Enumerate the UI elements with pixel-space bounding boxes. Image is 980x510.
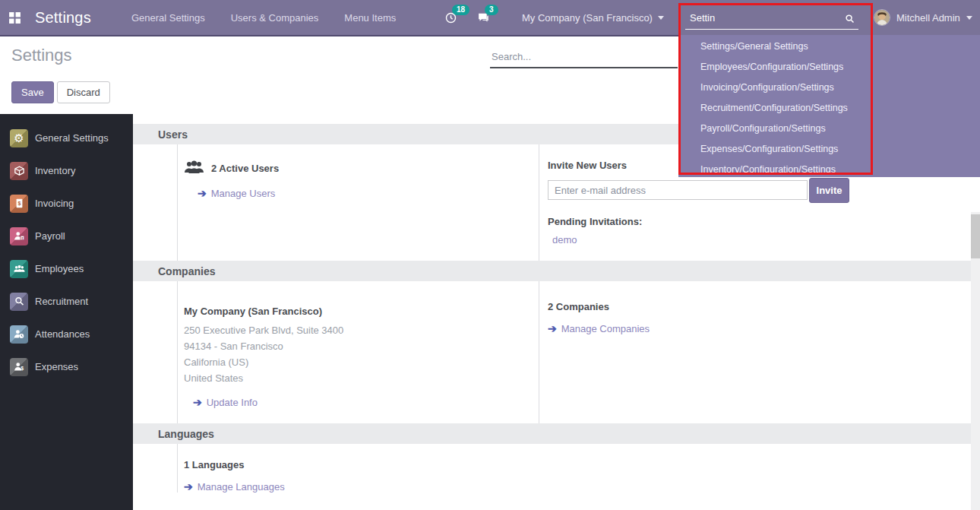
avatar <box>874 9 890 26</box>
sidebar-item-label: Recruitment <box>35 296 88 307</box>
company-info-block: My Company (San Francisco) 250 Executive… <box>177 281 539 423</box>
section-title: Languages <box>158 428 214 440</box>
user-name: Mitchell Admin <box>896 12 960 24</box>
section-header-languages: Languages <box>133 423 971 444</box>
sidebar-item-invoicing[interactable]: $ Invoicing <box>0 187 133 220</box>
scrollbar-thumb[interactable] <box>971 214 980 258</box>
search-suggestion[interactable]: Recruitment/Configuration/Settings <box>678 98 980 119</box>
sidebar-item-attendances[interactable]: Attendances <box>0 318 133 350</box>
chevron-down-icon <box>966 16 972 20</box>
search-suggestion[interactable]: Employees/Configuration/Settings <box>678 57 980 78</box>
svg-text:$: $ <box>21 366 24 372</box>
search-suggestion[interactable]: Invoicing/Configuration/Settings <box>678 78 980 98</box>
chevron-down-icon <box>658 16 664 20</box>
systray: 18 3 My Company (San Francisco) <box>444 0 664 35</box>
company-switcher[interactable]: My Company (San Francisco) <box>522 12 664 24</box>
section-title: Users <box>158 128 188 141</box>
recruitment-icon <box>10 293 28 311</box>
update-info-link[interactable]: ➔ Update Info <box>193 396 539 408</box>
company-address: 250 Executive Park Blvd, Suite 3400 9413… <box>184 322 539 386</box>
company-name: My Company (San Francisco) <box>184 301 539 317</box>
menu-search-box <box>685 10 866 30</box>
company-switcher-label: My Company (San Francisco) <box>522 12 653 24</box>
manage-users-link[interactable]: ➔ Manage Users <box>198 187 539 199</box>
menu-general-settings[interactable]: General Settings <box>122 6 215 30</box>
search-suggestion[interactable]: Payroll/Configuration/Settings <box>678 119 980 139</box>
search-suggestion[interactable]: Inventory/Configuration/Settings <box>678 160 980 180</box>
sidebar-item-label: Inventory <box>35 165 75 176</box>
save-button[interactable]: Save <box>11 81 54 103</box>
section-title: Companies <box>158 265 215 277</box>
menu-users-companies[interactable]: Users & Companies <box>221 6 329 30</box>
inventory-icon <box>10 162 28 180</box>
message-count-badge: 3 <box>485 5 498 15</box>
manage-languages-link[interactable]: ➔ Manage Languages <box>184 480 539 493</box>
active-users-count: 2 Active Users <box>211 163 279 174</box>
invite-button[interactable]: Invite <box>809 178 849 203</box>
section-languages: 1 Languages ➔ Manage Languages <box>133 444 971 493</box>
companies-count: 2 Companies <box>548 301 852 312</box>
sidebar-item-employees[interactable]: Employees <box>0 252 133 285</box>
activity-count-badge: 18 <box>452 5 469 15</box>
invoicing-icon: $ <box>10 195 28 213</box>
user-menu[interactable]: Mitchell Admin <box>874 0 972 35</box>
control-buttons: Save Discard <box>11 81 110 103</box>
companies-count-block: 2 Companies ➔ Manage Companies <box>539 281 852 423</box>
sidebar-item-label: General Settings <box>35 132 109 144</box>
invite-email-input[interactable] <box>548 180 808 200</box>
search-suggestion[interactable]: Settings/General Settings <box>678 36 980 57</box>
search-suggestion[interactable]: Expenses/Configuration/Settings <box>678 139 980 160</box>
users-group-icon <box>184 160 204 177</box>
menu-search-suggestions: Settings/General Settings Employees/Conf… <box>678 35 980 180</box>
sidebar-item-label: Payroll <box>35 230 65 242</box>
section-companies: My Company (San Francisco) 250 Executive… <box>133 281 971 423</box>
sidebar-item-recruitment[interactable]: Recruitment <box>0 285 133 318</box>
employees-icon <box>10 260 28 278</box>
languages-count: 1 Languages <box>184 459 539 470</box>
arrow-right-icon: ➔ <box>198 187 207 199</box>
page-title: Settings <box>11 46 72 65</box>
expenses-icon: $ <box>10 358 28 376</box>
activities-button[interactable]: 18 <box>444 11 457 24</box>
address-line: United States <box>184 370 539 386</box>
pending-invitations-label: Pending Invitations: <box>548 216 852 227</box>
section-header-companies: Companies <box>133 261 971 281</box>
address-line: 250 Executive Park Blvd, Suite 3400 <box>184 322 539 338</box>
pending-user-link[interactable]: demo <box>552 234 852 245</box>
sidebar-item-label: Attendances <box>35 328 90 340</box>
top-menu: General Settings Users & Companies Menu … <box>122 6 406 30</box>
sidebar-item-expenses[interactable]: $ Expenses <box>0 350 133 383</box>
apps-grid-icon[interactable] <box>0 0 29 35</box>
menu-search-input[interactable] <box>685 10 858 30</box>
vertical-scrollbar[interactable]: ▼ <box>971 212 980 510</box>
settings-sidebar: ⚙ General Settings Inventory $ Invoicing… <box>0 114 133 510</box>
languages-block: 1 Languages ➔ Manage Languages <box>177 444 539 493</box>
sidebar-item-label: Employees <box>35 263 84 274</box>
svg-text:$: $ <box>17 201 21 207</box>
menu-menu-items[interactable]: Menu Items <box>334 6 406 30</box>
app-title[interactable]: Settings <box>35 9 91 27</box>
address-line: California (US) <box>184 354 539 370</box>
manage-companies-link[interactable]: ➔ Manage Companies <box>548 322 852 334</box>
sidebar-item-label: Invoicing <box>35 198 74 209</box>
attendances-icon <box>10 325 28 344</box>
sidebar-item-general-settings[interactable]: ⚙ General Settings <box>0 122 133 154</box>
discard-button[interactable]: Discard <box>57 81 110 103</box>
payroll-icon: $ <box>10 227 28 245</box>
arrow-right-icon: ➔ <box>193 396 202 408</box>
address-line: 94134 - San Francisco <box>184 338 539 354</box>
sidebar-item-payroll[interactable]: $ Payroll <box>0 220 133 252</box>
menu-search-dropdown: Settings/General Settings Employees/Conf… <box>678 35 980 177</box>
sidebar-item-inventory[interactable]: Inventory <box>0 154 133 187</box>
sidebar-item-label: Expenses <box>35 361 78 372</box>
arrow-right-icon: ➔ <box>184 480 193 493</box>
active-users-block: 2 Active Users ➔ Manage Users <box>177 144 539 261</box>
gear-icon: ⚙ <box>10 129 28 147</box>
arrow-right-icon: ➔ <box>548 322 557 334</box>
messages-button[interactable]: 3 <box>477 11 490 24</box>
